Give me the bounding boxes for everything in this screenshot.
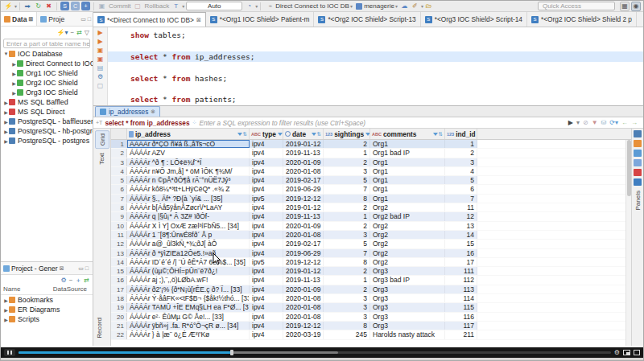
execute-statement-icon[interactable]: ▶ [97, 29, 102, 36]
expand-arrow-icon[interactable]: ▶ [3, 119, 9, 125]
perspective-dbeaver-icon[interactable]: ◉ [631, 2, 641, 11]
cell-sightings[interactable]: 7 [324, 185, 370, 193]
cell-sightings[interactable]: 3 [324, 231, 370, 239]
cell-comments[interactable]: Org2 [370, 222, 445, 230]
cell-sightings[interactable]: 5 [324, 176, 370, 184]
tree-item-8[interactable]: ▶PostgreSQL - hb-postgres- [1, 126, 93, 136]
column-header-type[interactable]: ABCtype⇅ [250, 129, 283, 139]
filter-dropdown-icon[interactable]: ▾ [576, 119, 580, 126]
filter-sort-icon[interactable]: ⇅ [278, 131, 283, 137]
editor-tab-4[interactable]: S*<Org2 IOC Shield> Shield 2 p [527, 12, 637, 27]
close-icon[interactable]: ⊠ [60, 265, 64, 272]
table-row[interactable]: 3ÁÁÁÁr ^ð ¶ : LÕ¢ë¾f¨*Ïipv42020-01-092Or… [111, 158, 631, 167]
cell-date[interactable]: 2019-12-12 [283, 258, 324, 266]
cell-date[interactable]: 2020-03-19 [283, 330, 324, 338]
cell-comments[interactable]: Org1 [370, 158, 445, 166]
cloud-icon[interactable]: ☁ [400, 2, 409, 10]
cell-ip_address[interactable]: ÁÁÁÁr e²· ÊûMµ G© Åe!... [33] [127, 313, 250, 321]
cell-ip_address[interactable]: ÁÁÁÁr ð *ÿìZïEa12Ôe5.!»añ [127, 249, 250, 257]
cell-date[interactable]: 2020-01-08 [283, 294, 324, 302]
expand-arrow-icon[interactable]: ▶ [3, 297, 9, 303]
cell-type[interactable]: ipv4 [250, 285, 283, 293]
table-row[interactable]: 2ÁÁÁÁr AZVipv42019-11-131Org1 bad IP2 [111, 149, 631, 158]
table-row[interactable]: 4ÁÁÁÁr n¥Õ Jm,å] * öM ìÔK ¶¾M/ipv42020-0… [111, 167, 631, 176]
cell-ip_address[interactable]: ÁÁÁÁr ÿbñ»j .fa. R*ó°Õ¬çR ø... [34] [127, 322, 250, 330]
cell-sightings[interactable]: 8 [324, 195, 370, 203]
cell-type[interactable]: ipv5 [250, 258, 283, 266]
cell-ip_address[interactable]: ÁÁÁÁr ð*ÇO ñ¥á ß.‚âTs¬cÓ [127, 140, 250, 148]
cell-ind_id[interactable]: 12 [445, 212, 477, 220]
cell-date[interactable]: 2019-06-29 [283, 185, 324, 193]
rollback-icon[interactable]: ▢ [134, 2, 142, 10]
refresh-icon[interactable]: ⟳▾ [609, 119, 618, 126]
cell-sightings[interactable]: 3 [324, 294, 370, 302]
cell-comments[interactable]: Org2 bad IP [370, 212, 445, 220]
value-viewer-icon[interactable] [634, 150, 642, 157]
expand-filter-icon[interactable]: ⁘ [192, 120, 197, 126]
disconnect-icon[interactable]: ✖ [44, 2, 53, 10]
link-icon[interactable]: ⇄ [84, 277, 89, 284]
cell-type[interactable]: ipv4 [250, 330, 283, 338]
cell-date[interactable]: 2020-01-09 [283, 158, 324, 166]
cell-ip_address[interactable]: ÁÁÁÁr ð2'¡% {ð*N¡ù[rÊE.ç ð? Ï... [33] [127, 285, 250, 293]
maximize-icon[interactable]: □ [85, 265, 89, 272]
data-grid[interactable]: ip_address⇅ABCtype⇅date⇅123sightings⇅ABC… [111, 129, 631, 346]
new-sql-script-icon[interactable]: + [81, 2, 90, 10]
video-settings-icon[interactable]: ⚙ [614, 349, 620, 356]
table-row[interactable]: 10ÁÁÁÁr X Ì Y] OxÆ zæl³íFbÑ5... [34]ipv4… [111, 222, 631, 231]
cell-sightings[interactable]: 7 [324, 249, 370, 257]
editor-tab-1[interactable]: S*<Org1 IOC Shield> Patient-m [206, 12, 315, 27]
explain-plan-settings-icon[interactable]: ⚙ [97, 73, 103, 80]
cell-date[interactable]: 2019-01-12 [283, 203, 324, 211]
sql-template-icon[interactable]: ▤ [97, 64, 104, 72]
sql-editor-icon[interactable]: S [60, 2, 69, 10]
table-row[interactable]: 12ÁÁÁÁr a@_ûl3kÑ¸*¾;ðJ[ àÔipv42019-02-17… [111, 240, 631, 248]
database-selector[interactable]: menagerie▾ [356, 2, 398, 10]
cell-ip_address[interactable]: ÁÁÁÁr b[Áå5ÿånÅZøcr\/*LaAY [127, 203, 250, 211]
close-icon[interactable]: ⊗ [151, 109, 155, 115]
grid-corner-cell[interactable] [111, 129, 127, 139]
cell-type[interactable]: ipv4 [250, 240, 283, 248]
quick-access-input[interactable]: Quick Access [538, 2, 615, 10]
filter-sort-icon[interactable]: ⇅ [237, 131, 247, 137]
cell-comments[interactable]: Org1 [370, 185, 445, 193]
cell-ip_address[interactable]: ÁÁÁÁr 1 ¨[8¶:ÛrwÉ8fð´ Å p [127, 231, 250, 239]
cell-sightings[interactable]: 2 [324, 222, 370, 230]
cell-comments[interactable]: Org3 [370, 303, 445, 311]
cell-date[interactable]: 2019-06-29 [283, 249, 324, 257]
cell-ind_id[interactable]: 15 [445, 240, 477, 248]
editor-tab-3[interactable]: S*<Org3 IOC Shield> Script-14 [421, 12, 527, 27]
close-icon[interactable]: ⊠ [28, 16, 33, 23]
cell-comments[interactable]: Org1 bad IP [370, 149, 445, 157]
table-row[interactable]: 9ÁÁÁÁr q |§û¡* Â 3Z# ïðÓf-ipv42019-11-13… [111, 212, 631, 221]
cell-comments[interactable]: Org3 [370, 267, 445, 275]
column-header-ind_id[interactable]: 123ind_id⇅ [445, 129, 477, 139]
cell-sightings[interactable]: 2 [324, 203, 370, 211]
maximize-results-icon[interactable] [634, 130, 642, 137]
sql-console-icon[interactable]: C [71, 2, 80, 10]
cell-ind_id[interactable]: 115 [445, 303, 477, 311]
cell-sightings[interactable]: 1 [324, 276, 370, 284]
video-progress-track[interactable] [19, 351, 611, 354]
minimize-icon[interactable]: ▭ [78, 265, 84, 272]
cell-ip_address[interactable]: ÁÁÁÁr n ©pÅ*ðÓ¶å rÄ¨°nÜË7Jý³ [127, 176, 250, 184]
cell-ind_id[interactable]: 116 [445, 313, 477, 321]
expand-arrow-icon[interactable]: ▶ [3, 138, 9, 144]
table-row[interactable]: 19ÁÁÁÁr TAMÛ +ÎE EMq§LH ea F*Ø... [33]ip… [111, 303, 631, 312]
table-row[interactable]: 18ÁÁÁÁr Ý·åâFK«<tF$B¬ {$åk!½thó... [33]i… [111, 294, 631, 303]
cell-ind_id[interactable]: 6 [445, 185, 477, 193]
picture-in-picture-icon[interactable] [623, 350, 630, 355]
cell-ip_address[interactable]: ÁÁÁÁr aj ;),¨,,ö)LØbA.wF! [127, 276, 250, 284]
references-panel-icon[interactable] [634, 178, 642, 186]
cell-date[interactable]: 2020-01-08 [283, 303, 324, 311]
forward-icon[interactable]: → [631, 119, 638, 126]
cell-ip_address[interactable]: ÁÁÁÁr ïD´é´é /| ¨Ú êÊ*Á7 6é%$... [35] [127, 258, 250, 266]
cell-ip_address[interactable]: ÁÁÁÁr a@_ûl3kÑ¸*¾;ðJ[ àÔ [127, 240, 250, 248]
code-line-1[interactable] [108, 40, 643, 51]
perspective-table-icon[interactable]: ▦ [620, 2, 630, 11]
tree-item-3[interactable]: ▶Org2 IOC Shield [1, 78, 93, 88]
tree-item-9[interactable]: ▶PostgreSQL - postgres [1, 136, 93, 146]
cell-sightings[interactable]: 3 [324, 167, 370, 175]
commit-icon[interactable]: ▣ [97, 2, 106, 10]
table-row[interactable]: 20ÁÁÁÁr e²· ÊûMµ G© Åe!... [33]ipv42020-… [111, 313, 631, 322]
